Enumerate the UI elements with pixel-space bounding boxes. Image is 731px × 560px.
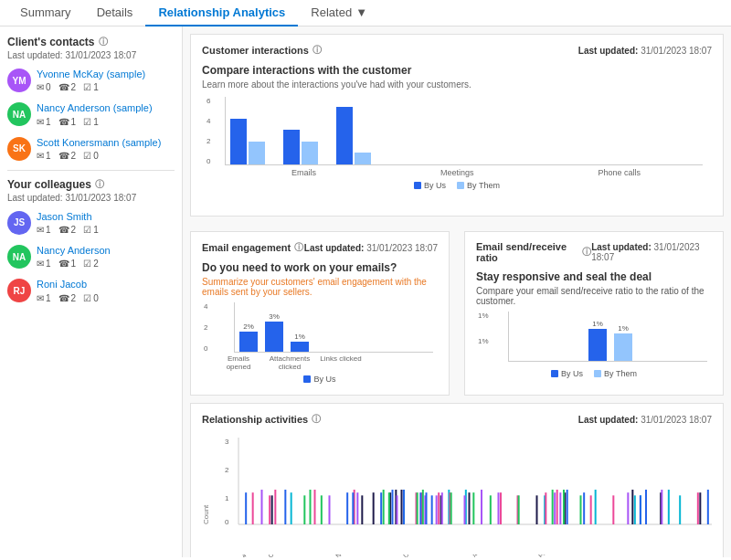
ratio-bar-them: 1% [614,324,632,361]
svg-rect-39 [422,490,424,524]
svg-rect-11 [274,490,276,524]
svg-text:0: 0 [225,518,229,526]
colleagues-section-header: Your colleagues ⓘ [7,178,175,191]
bar-calls-them [355,153,371,164]
email-send-receive-card: Email send/receive ratio ⓘ Last updated:… [464,231,724,396]
contact-meta: ✉ 1 ☎ 2 ☑ 0 [37,293,175,303]
tab-summary[interactable]: Summary [7,0,84,26]
svg-rect-64 [554,492,556,524]
svg-rect-57 [500,492,502,524]
colleagues-info-icon[interactable]: ⓘ [95,178,104,191]
contact-name[interactable]: Nancy Anderson [37,244,175,257]
svg-rect-84 [679,495,681,524]
bar-meetings-us [283,130,300,164]
email-engagement-info-icon[interactable]: ⓘ [294,241,303,254]
bottom-cards: Email engagement ⓘ Last updated: 31/01/2… [183,224,731,403]
svg-rect-82 [661,490,662,524]
tab-details[interactable]: Details [84,0,146,26]
contact-name[interactable]: Jason Smith [37,210,175,223]
contact-meta: ✉ 1 ☎ 2 ☑ 1 [37,225,175,235]
svg-rect-14 [303,495,305,524]
contact-email: ✉ 0 [37,82,51,92]
avatar: JS [7,211,31,235]
svg-rect-53 [472,492,474,524]
contact-task: ☑ 0 [83,151,99,161]
contact-name[interactable]: Nancy Anderson (sample) [37,101,175,114]
email-send-receive-title: Email send/receive ratio ⓘ [476,241,591,263]
svg-rect-65 [556,490,558,524]
interactions-info-icon[interactable]: ⓘ [313,44,322,57]
legend-us-dot [414,182,421,189]
bar-meetings-them [302,142,318,164]
contact-name[interactable]: Roni Jacob [37,278,175,291]
tab-relationship-analytics[interactable]: Relationship Analytics [145,0,298,26]
avatar: NA [7,245,31,269]
ratio-bar-us: 1% [588,320,607,361]
contact-name[interactable]: Yvonne McKay (sample) [37,68,175,80]
legend-us: By Us [551,369,583,378]
bar-group-attachments: 3% [265,312,283,352]
svg-rect-86 [699,492,701,524]
card-title: Customer interactions ⓘ [202,44,322,57]
svg-rect-77 [634,495,636,524]
colleagues-last-updated: Last updated: 31/01/2023 18:07 [7,193,175,203]
svg-rect-42 [431,495,433,524]
legend-them: By Them [594,369,637,378]
svg-rect-85 [697,492,699,524]
contact-info: Yvonne McKay (sample) ✉ 0 ☎ 2 ☑ 1 [37,68,175,92]
legend-them: By Them [457,181,500,190]
svg-rect-71 [583,492,585,524]
email-engagement-main-title: Do you need to work on your emails? [202,261,438,274]
clients-info-icon[interactable]: ⓘ [99,36,108,48]
contact-task: ☑ 1 [83,225,99,235]
sidebar: Client's contacts ⓘ Last updated: 31/01/… [0,26,183,557]
contact-email: ✉ 1 [37,259,51,269]
svg-rect-30 [392,490,394,524]
contact-email: ✉ 1 [37,225,51,235]
legend-us-dot [551,370,558,377]
contact-meta: ✉ 0 ☎ 2 ☑ 1 [37,82,175,92]
tab-related[interactable]: Related ▼ [298,0,380,26]
contact-info: Roni Jacob ✉ 1 ☎ 2 ☑ 0 [37,278,175,302]
contact-item: SK Scott Konersmann (sample) ✉ 1 ☎ 2 ☑ 0 [7,136,175,161]
activities-header: Relationship activities ⓘ Last updated: … [202,413,712,426]
svg-rect-49 [450,492,452,524]
svg-rect-72 [590,495,592,524]
svg-rect-34 [403,490,405,524]
avatar: YM [7,69,31,92]
legend-them-dot [457,182,464,189]
contact-meta: ✉ 1 ☎ 1 ☑ 1 [37,117,175,127]
email-engagement-bar-labels: Emails opened Attachments clicked Links … [202,354,438,371]
bar-group-emails-opened: 2% [239,322,258,352]
contact-task: ☑ 1 [83,82,99,92]
activities-last-updated: Last updated: 31/01/2023 18:07 [578,415,712,425]
email-ratio-legend: By Us By Them [476,369,712,378]
contact-item: YM Yvonne McKay (sample) ✉ 0 ☎ 2 ☑ 1 [7,68,175,92]
svg-rect-88 [707,490,709,524]
contact-info: Jason Smith ✉ 1 ☎ 2 ☑ 1 [37,210,175,235]
svg-rect-75 [627,492,629,524]
svg-rect-73 [595,490,597,524]
bar-links-clicked [291,342,309,352]
svg-rect-46 [441,492,443,524]
legend-them-dot [594,370,601,377]
bar-group-links: 1% [291,333,309,352]
email-send-receive-info-icon[interactable]: ⓘ [582,246,591,259]
svg-rect-68 [563,490,565,524]
customer-interactions-card: Customer interactions ⓘ Last updated: 31… [190,34,724,217]
svg-rect-41 [426,492,428,524]
count-label: Count [202,433,210,524]
svg-rect-9 [269,495,270,524]
svg-rect-24 [373,492,375,524]
contact-name[interactable]: Scott Konersmann (sample) [37,136,175,149]
interactions-last-updated: Last updated: 31/01/2023 18:07 [578,46,712,56]
activities-info-icon[interactable]: ⓘ [312,413,321,426]
email-engagement-chart: 2% 3% 1% [234,302,433,353]
ratio-bar-them-bar [614,333,632,361]
svg-rect-10 [271,495,273,524]
svg-rect-26 [383,490,385,524]
activities-title: Relationship activities ⓘ [202,413,321,426]
email-engagement-title: Email engagement ⓘ [202,241,303,254]
bar-emails-us [230,119,247,164]
contact-meta: ✉ 1 ☎ 2 ☑ 0 [37,151,175,161]
